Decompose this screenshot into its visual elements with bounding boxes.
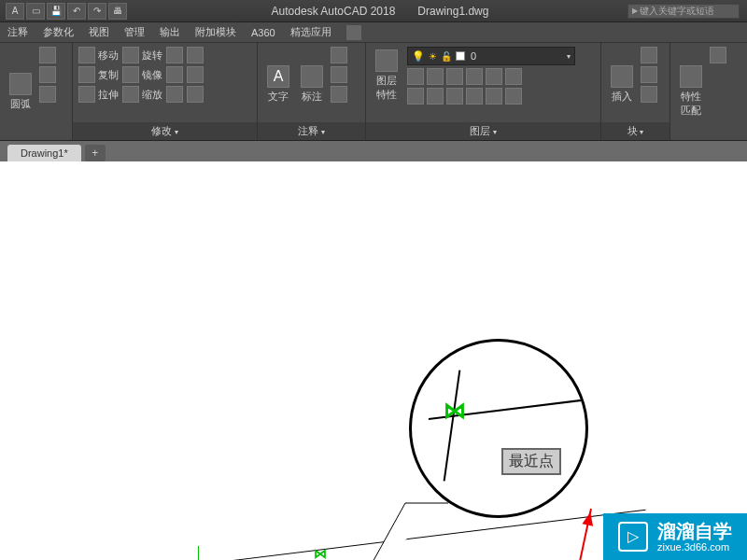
- mag-snap-marker-icon: ⋈: [444, 398, 466, 424]
- mag-snap-tooltip: 最近点: [501, 448, 561, 475]
- titlebar: A ▭ 💾 ↶ ↷ 🖶 Autodesk AutoCAD 2018 Drawin…: [0, 0, 747, 22]
- redo-icon[interactable]: ↷: [88, 3, 106, 20]
- magnifier-callout: ⋈ 最近点: [409, 339, 588, 518]
- leader-icon[interactable]: [331, 47, 347, 63]
- layer-d-icon[interactable]: [466, 68, 483, 85]
- text-tool[interactable]: A 文字: [263, 47, 293, 122]
- add-tab-button[interactable]: +: [85, 145, 106, 161]
- layer-l-icon[interactable]: [505, 88, 522, 105]
- menu-extra-icon[interactable]: [346, 25, 361, 40]
- search-input[interactable]: 键入关键字或短语: [627, 4, 740, 19]
- cloud-icon[interactable]: [331, 86, 347, 103]
- print-icon[interactable]: 🖶: [108, 3, 127, 20]
- menu-view[interactable]: 视图: [89, 25, 109, 39]
- insert-icon: [611, 65, 633, 88]
- layer-j-icon[interactable]: [466, 88, 483, 105]
- block-b-icon[interactable]: [641, 66, 657, 83]
- play-icon: ▷: [618, 522, 648, 552]
- app-title: Autodesk AutoCAD 2018: [272, 5, 396, 18]
- drawing-canvas[interactable]: ⋈ 最近点 ⋈ 最近点 ▷ 溜溜自学 zixue.3d66.com: [0, 161, 747, 560]
- circle-icon[interactable]: [39, 66, 56, 83]
- polyline-icon[interactable]: [39, 47, 56, 63]
- bulb-icon: 💡: [412, 50, 425, 63]
- lock-icon: 🔓: [441, 51, 452, 62]
- menubar: 注释 参数化 视图 管理 输出 附加模块 A360 精选应用: [0, 22, 747, 43]
- layer-a-icon[interactable]: [407, 68, 424, 85]
- stretch-label: 拉伸: [98, 88, 119, 102]
- layer-g-icon[interactable]: [407, 88, 424, 105]
- mod-c-icon[interactable]: [187, 86, 204, 103]
- menu-output[interactable]: 输出: [160, 25, 180, 39]
- sun-icon: ☀: [429, 51, 437, 62]
- line-icon: [9, 73, 32, 95]
- prop-a-icon[interactable]: [710, 47, 726, 63]
- snap-marker-icon: ⋈: [314, 546, 327, 560]
- menu-manage[interactable]: 管理: [124, 25, 145, 39]
- app-menu-icon[interactable]: A: [6, 3, 24, 20]
- line-tool[interactable]: 圆弧: [6, 47, 35, 136]
- table-icon[interactable]: [331, 66, 347, 83]
- trim-icon[interactable]: [166, 47, 183, 63]
- dimension-tool[interactable]: 标注: [297, 47, 327, 122]
- layer-combo[interactable]: 💡 ☀ 🔓 0 ▾: [407, 47, 575, 65]
- copy-icon[interactable]: [78, 66, 95, 83]
- dim-label: 标注: [302, 90, 322, 104]
- panel-block-label[interactable]: 块: [601, 122, 669, 140]
- chevron-down-icon: ▾: [567, 52, 571, 61]
- doc-tabstrip: Drawing1* +: [0, 141, 747, 161]
- mod-b-icon[interactable]: [187, 66, 204, 83]
- undo-icon[interactable]: ↶: [67, 3, 86, 20]
- match-props-button[interactable]: 特性 匹配: [676, 47, 706, 136]
- arc-label: 圆弧: [10, 97, 31, 111]
- block-c-icon[interactable]: [641, 86, 657, 103]
- stretch-icon[interactable]: [78, 86, 95, 103]
- crosshair-vertical: [198, 546, 199, 560]
- layer-color-swatch: [456, 51, 465, 61]
- watermark-url: zixue.3d66.com: [657, 541, 732, 553]
- watermark-title: 溜溜自学: [657, 521, 732, 541]
- doc-tab-active[interactable]: Drawing1*: [7, 145, 81, 161]
- menu-parametric[interactable]: 参数化: [43, 25, 74, 39]
- layer-props-icon: [375, 49, 398, 72]
- layer-props-label: 图层 特性: [376, 74, 397, 102]
- panel-modify-label[interactable]: 修改: [73, 122, 257, 140]
- menu-annotate[interactable]: 注释: [7, 25, 28, 39]
- move-icon[interactable]: [78, 47, 95, 63]
- mirror-label: 镜像: [142, 68, 162, 82]
- layer-b-icon[interactable]: [427, 68, 444, 85]
- panel-annot-label[interactable]: 注释: [258, 122, 365, 140]
- dimension-icon: [301, 65, 323, 88]
- match-props-label: 特性 匹配: [681, 90, 701, 118]
- scale-icon[interactable]: [122, 86, 139, 103]
- new-icon[interactable]: ▭: [26, 3, 45, 20]
- match-props-icon: [680, 65, 702, 88]
- watermark: ▷ 溜溜自学 zixue.3d66.com: [603, 513, 747, 560]
- menu-a360[interactable]: A360: [251, 27, 275, 38]
- rotate-label: 旋转: [142, 49, 162, 63]
- layer-c-icon[interactable]: [446, 68, 463, 85]
- mirror-icon[interactable]: [122, 66, 139, 83]
- layer-i-icon[interactable]: [446, 88, 463, 105]
- menu-addins[interactable]: 附加模块: [195, 25, 236, 39]
- mag-crosshair: [444, 370, 461, 481]
- rect-icon[interactable]: [39, 86, 56, 103]
- block-a-icon[interactable]: [641, 47, 657, 63]
- layer-props-button[interactable]: 图层 特性: [372, 48, 402, 104]
- rotate-icon[interactable]: [122, 47, 139, 63]
- save-icon[interactable]: 💾: [47, 3, 65, 20]
- insert-label: 插入: [612, 90, 632, 104]
- panel-layer-label[interactable]: 图层: [366, 122, 600, 140]
- insert-button[interactable]: 插入: [607, 47, 637, 122]
- ribbon: 圆弧 移动 复制 拉伸 旋转 镜像 缩放: [0, 43, 747, 141]
- menu-featured[interactable]: 精选应用: [290, 25, 331, 39]
- panel-properties: 特性 匹配: [670, 43, 747, 140]
- array-icon[interactable]: [166, 86, 183, 103]
- annotation-arrow: [563, 509, 592, 560]
- text-icon: A: [267, 65, 289, 88]
- layer-e-icon[interactable]: [486, 68, 502, 85]
- layer-k-icon[interactable]: [486, 88, 502, 105]
- layer-h-icon[interactable]: [427, 88, 444, 105]
- fillet-icon[interactable]: [166, 66, 183, 83]
- mod-a-icon[interactable]: [187, 47, 204, 63]
- layer-f-icon[interactable]: [505, 68, 522, 85]
